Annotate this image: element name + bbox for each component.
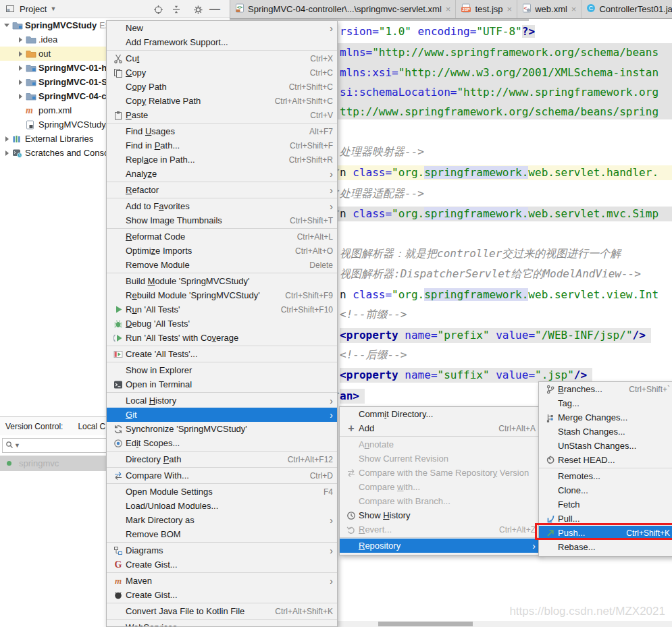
menu-item-label: Tag... (558, 398, 579, 408)
editor-tab-web-xml[interactable]: <web.xml× (517, 0, 581, 18)
close-icon[interactable]: × (507, 4, 513, 14)
menu-item-add-framework-support[interactable]: Add Framework Support... (107, 35, 337, 49)
menu-item-tag[interactable]: Tag... (539, 396, 672, 410)
menu-item-build-module-springmvcstudy[interactable]: Build Module 'SpringMVCStudy' (107, 274, 337, 288)
menu-item-run-all-tests-with-coverage[interactable]: Run 'All Tests' with Coverage (107, 331, 337, 345)
menu-item-rebuild-module-springmvcstudy[interactable]: Rebuild Module 'SpringMVCStudy'Ctrl+Shif… (107, 288, 337, 302)
editor-tab-controllertest01-ja[interactable]: CControllerTest01.ja (581, 0, 672, 18)
menu-item-unstash-changes[interactable]: UnStash Changes... (539, 439, 672, 453)
menu-item-clone[interactable]: Clone... (539, 483, 672, 497)
search-input[interactable]: ▼ (2, 438, 110, 453)
menu-item-remove-module[interactable]: Remove ModuleDelete (107, 258, 337, 272)
menu-item-revert[interactable]: Revert...Ctrl+Alt+Z (340, 522, 540, 537)
tree-item-springmvcstudy[interactable]: SpringMVCStudy. (0, 117, 106, 132)
menu-item-copy-path[interactable]: Copy PathCtrl+Shift+C (107, 80, 337, 94)
menu-item-run-all-tests[interactable]: Run 'All Tests'Ctrl+Shift+F10 (107, 302, 337, 317)
menu-item-add[interactable]: +AddCtrl+Alt+A (340, 421, 540, 435)
menu-separator (107, 483, 337, 485)
menu-item-reformat-code[interactable]: Reformat CodeCtrl+Alt+L (107, 229, 337, 244)
tree-item-pom-xml[interactable]: mpom.xml (0, 103, 106, 117)
version-control-list-item[interactable]: springmvc (0, 456, 106, 471)
menu-item-show-in-explorer[interactable]: Show in Explorer (107, 363, 337, 377)
menu-item-webservices[interactable]: WebServices› (107, 620, 337, 627)
tree-item-springmvc-04-c[interactable]: SpringMVC-04-c (0, 89, 106, 103)
menu-item-commit-directory[interactable]: Commit Directory... (340, 407, 540, 421)
menu-item-open-in-terminal[interactable]: Open in Terminal (107, 377, 337, 391)
close-icon[interactable]: × (571, 4, 577, 14)
menu-item-cut[interactable]: CutCtrl+X (107, 51, 337, 65)
menu-item-compare-with-the-same-repository-version[interactable]: Compare with the Same Repository Version (340, 466, 540, 480)
menu-item-rebase[interactable]: Rebase... (539, 540, 672, 554)
menu-item-add-to-favorites[interactable]: Add to Favorites› (107, 199, 337, 213)
close-icon[interactable]: × (446, 4, 451, 14)
menu-item-label: Find in Path... (126, 140, 180, 151)
menu-item-create-gist[interactable]: GCreate Gist... (107, 557, 337, 572)
menu-item-compare-with[interactable]: Compare With...Ctrl+D (107, 468, 337, 483)
project-panel-header: Project ▼ — (0, 0, 230, 18)
menu-item-show-current-revision[interactable]: Show Current Revision (340, 452, 540, 466)
editor-tab-test-jsp[interactable]: JSPtest.jsp× (456, 0, 517, 18)
menu-item-label: Reset HEAD... (558, 455, 615, 465)
ide-window: Project ▼ — <>SpringMVC-04-controller\..… (0, 0, 672, 627)
project-panel-title[interactable]: Project (20, 4, 47, 14)
gear-icon[interactable] (192, 4, 203, 15)
horizontal-scrollbar[interactable] (338, 621, 672, 627)
menu-item-optimize-imports[interactable]: Optimize ImportsCtrl+Alt+O (107, 244, 337, 258)
menu-item-directory-path[interactable]: Directory PathCtrl+Alt+F12 (107, 452, 337, 466)
menu-item-copy-relative-path[interactable]: Copy Relative PathCtrl+Alt+Shift+C (107, 94, 337, 108)
scrollbar-thumb[interactable] (378, 622, 473, 626)
menu-item-replace-in-path[interactable]: Replace in Path...Ctrl+Shift+R (107, 153, 337, 167)
menu-item-create-gist[interactable]: Create Gist... (107, 588, 337, 602)
menu-item-copy[interactable]: CopyCtrl+C (107, 65, 337, 80)
menu-item-compare-with[interactable]: Compare with... (340, 480, 540, 494)
menu-item-paste[interactable]: PasteCtrl+V (107, 108, 337, 122)
menu-item-git[interactable]: Git› (107, 408, 337, 422)
menu-item-branches[interactable]: Branches...Ctrl+Shift+` (539, 382, 672, 396)
minimize-icon[interactable]: — (209, 4, 220, 15)
tree-item-springmvc-01-h[interactable]: SpringMVC-01-h (0, 61, 106, 75)
menu-item-analyze[interactable]: Analyze› (107, 167, 337, 181)
menu-item-stash-changes[interactable]: Stash Changes... (539, 425, 672, 439)
jsp-file-icon: JSP (461, 3, 471, 16)
menu-item-repository[interactable]: Repository› (340, 539, 540, 553)
menu-item-reset-head[interactable]: Reset HEAD... (539, 453, 672, 467)
tree-item-external-libraries[interactable]: External Libraries (0, 132, 106, 146)
menu-item-remove-bom[interactable]: Remove BOM (107, 527, 337, 541)
tree-item-out[interactable]: out (0, 47, 106, 61)
menu-item-load-unload-modules[interactable]: Load/Unload Modules... (107, 499, 337, 513)
menu-item-remotes[interactable]: Remotes... (539, 469, 672, 483)
scratches-icon (12, 148, 25, 158)
version-control-tab[interactable]: Local C (78, 422, 105, 431)
menu-item-label: Synchronize 'SpringMVCStudy' (126, 424, 247, 434)
menu-item-open-module-settings[interactable]: Open Module SettingsF4 (107, 485, 337, 499)
menu-item-annotate[interactable]: Annotate (340, 437, 540, 452)
menu-item-create-all-tests[interactable]: Create 'All Tests'... (107, 347, 337, 361)
menu-item-merge-changes[interactable]: Merge Changes... (539, 410, 672, 425)
menu-item-show-history[interactable]: Show History (340, 508, 540, 522)
code-line: n class="org.springframework.web.servlet… (340, 288, 658, 302)
menu-item-edit-scopes[interactable]: Edit Scopes... (107, 436, 337, 450)
tree-item-springmvc-01-s[interactable]: SpringMVC-01-S (0, 75, 106, 89)
tree-item-idea[interactable]: .idea (0, 32, 106, 47)
scope-icon (111, 438, 126, 449)
menu-item-new[interactable]: New› (107, 21, 337, 35)
menu-item-synchronize-springmvcstudy[interactable]: Synchronize 'SpringMVCStudy' (107, 422, 337, 436)
menu-item-debug-all-tests[interactable]: Debug 'All Tests' (107, 317, 337, 331)
menu-item-compare-with-branch[interactable]: Compare with Branch... (340, 494, 540, 508)
menu-item-find-usages[interactable]: Find UsagesAlt+F7 (107, 124, 337, 138)
menu-item-maven[interactable]: mMaven› (107, 574, 337, 588)
module-folder-icon (26, 63, 38, 72)
tree-item-scratches-and-conso[interactable]: Scratches and Conso (0, 146, 106, 160)
menu-item-mark-directory-as[interactable]: Mark Directory as› (107, 513, 337, 527)
menu-item-find-in-path[interactable]: Find in Path...Ctrl+Shift+F (107, 138, 337, 153)
menu-item-fetch[interactable]: Fetch (539, 497, 672, 512)
collapse-all-icon[interactable] (171, 4, 182, 15)
editor-tab-springmvc-04-controller-springmvc-servlet-xml[interactable]: <>SpringMVC-04-controller\...\springmvc-… (230, 0, 456, 18)
menu-item-local-history[interactable]: Local History› (107, 393, 337, 408)
tree-item-springmvcstudy[interactable]: SpringMVCStudyE: (0, 18, 106, 32)
menu-item-show-image-thumbnails[interactable]: Show Image ThumbnailsCtrl+Shift+T (107, 213, 337, 227)
menu-item-refactor[interactable]: Refactor› (107, 183, 337, 197)
menu-item-convert-java-file-to-kotlin-file[interactable]: Convert Java File to Kotlin FileCtrl+Alt… (107, 604, 337, 618)
locate-icon[interactable] (153, 4, 163, 15)
menu-item-diagrams[interactable]: Diagrams› (107, 543, 337, 557)
